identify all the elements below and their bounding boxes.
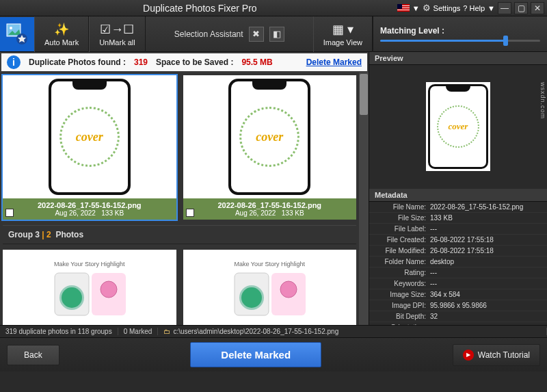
back-button[interactable]: Back xyxy=(7,345,59,365)
metadata-key: Keywords: xyxy=(372,280,430,287)
info-icon: i xyxy=(7,55,21,69)
close-button[interactable]: ✕ xyxy=(531,2,544,14)
status-dup: 319 duplicate photos in 118 groups xyxy=(0,328,118,335)
thumbnail: cover xyxy=(183,75,357,198)
metadata-value: 32 xyxy=(430,313,544,320)
metadata-value: --- xyxy=(430,324,544,326)
card-filename: 2022-08-26_17-55-16-152.png xyxy=(186,201,354,209)
automark-label: Auto Mark xyxy=(44,38,79,47)
card-footer: 2022-08-26_17-55-16-152.png Aug 26, 2022… xyxy=(183,198,357,220)
story-caption: Make Your Story Highlight xyxy=(234,261,305,267)
metadata-value: --- xyxy=(430,269,544,276)
matching-slider[interactable] xyxy=(380,40,540,42)
metadata-key: File Label: xyxy=(372,225,430,233)
unmark-button[interactable]: ☑→☐ UnMark all xyxy=(89,16,146,52)
metadata-row: Image DPI:95.9866 x 95.9866 xyxy=(369,300,547,311)
maximize-button[interactable]: ▢ xyxy=(514,2,528,14)
help-dropdown[interactable]: ▼ xyxy=(488,4,495,12)
photo-card[interactable]: Make Your Story Highlight xyxy=(3,250,176,325)
metadata-key: Image Size: xyxy=(372,291,430,298)
stats-bar: i Duplicate Photos found : 319 Space to … xyxy=(0,52,369,73)
gear-icon: ⚙ xyxy=(423,3,431,13)
metadata-value: 364 x 584 xyxy=(430,291,544,298)
matching-level-label: Matching Level : xyxy=(380,26,540,36)
card-checkbox[interactable] xyxy=(186,209,194,217)
status-marked: 0 Marked xyxy=(118,328,159,335)
metadata-row: Folder Name:desktop xyxy=(369,257,547,267)
card-checkbox[interactable] xyxy=(5,209,14,217)
sa-erase-button[interactable]: ◧ xyxy=(269,27,284,42)
card-footer: 2022-08-26_17-55-16-152.png Aug 26, 2022… xyxy=(3,198,176,220)
metadata-row: Keywords:--- xyxy=(369,278,547,289)
photo-card[interactable]: cover 2022-08-26_17-55-16-152.png Aug 26… xyxy=(3,75,176,220)
found-label: Duplicate Photos found : xyxy=(29,57,126,67)
metadata-key: File Size: xyxy=(372,214,430,222)
bottom-bar: Back Delete Marked ▶ Watch Tutorial xyxy=(0,337,547,371)
cover-text: cover xyxy=(76,130,103,144)
main-area: i Duplicate Photos found : 319 Space to … xyxy=(0,52,547,325)
metadata-row: Orientation:--- xyxy=(369,322,547,326)
metadata-row: Image Size:364 x 584 xyxy=(369,289,547,300)
metadata-key: Orientation: xyxy=(372,324,430,326)
found-value: 319 xyxy=(134,57,148,67)
metadata-value: 95.9866 x 95.9866 xyxy=(430,302,544,309)
image-view-button[interactable]: ▦ ▾ Image View xyxy=(313,16,373,52)
metadata-key: Folder Name: xyxy=(372,258,430,265)
svg-point-10 xyxy=(280,281,297,298)
delete-marked-link[interactable]: Delete Marked xyxy=(306,57,362,67)
metadata-key: Image DPI: xyxy=(372,302,430,309)
metadata-key: File Created: xyxy=(372,236,430,244)
gallery: cover 2022-08-26_17-55-16-152.png Aug 26… xyxy=(0,73,359,325)
metadata-value: desktop xyxy=(430,258,544,265)
svg-point-6 xyxy=(101,281,117,298)
metadata-key: File Modified: xyxy=(372,247,430,254)
flag-us-icon[interactable] xyxy=(397,4,410,12)
status-bar: 319 duplicate photos in 118 groups 0 Mar… xyxy=(0,325,547,337)
metadata-key: Bit Depth: xyxy=(372,313,430,320)
thumbnail: Make Your Story Highlight xyxy=(3,250,176,325)
settings-link[interactable]: Settings xyxy=(433,4,461,12)
unmark-icon: ☑→☐ xyxy=(100,22,134,37)
minimize-button[interactable]: — xyxy=(498,2,511,14)
photo-card[interactable]: Make Your Story Highlight xyxy=(183,250,357,325)
delete-marked-button[interactable]: Delete Marked xyxy=(190,342,321,367)
titlebar: Duplicate Photos Fixer Pro ▼ ⚙ Settings … xyxy=(0,0,547,16)
metadata-value: 26-08-2022 17:55:18 xyxy=(430,236,544,244)
svg-point-1 xyxy=(10,27,12,29)
watermark: wsxdn.com xyxy=(539,82,546,119)
space-value: 95.5 MB xyxy=(241,57,272,67)
folder-icon: 🗀 xyxy=(163,328,170,335)
sa-select-button[interactable]: ✖ xyxy=(249,27,264,42)
unmark-label: UnMark all xyxy=(99,38,135,47)
metadata-key: Rating: xyxy=(372,269,430,276)
metadata-row: File Modified:26-08-2022 17:55:18 xyxy=(369,246,547,257)
cover-text: cover xyxy=(256,130,283,144)
preview-cover-text: cover xyxy=(449,121,468,132)
grid-icon: ▦ ▾ xyxy=(332,22,353,37)
image-view-label: Image View xyxy=(323,38,362,47)
lang-dropdown[interactable]: ▼ xyxy=(412,4,420,12)
story-caption: Make Your Story Highlight xyxy=(54,261,125,267)
card-filename: 2022-08-26_17-55-16-152.png xyxy=(5,201,174,209)
gallery-scrollbar[interactable] xyxy=(359,73,369,325)
matching-level-group: Matching Level : xyxy=(373,16,547,52)
thumbnail: cover xyxy=(3,75,176,198)
status-path: 🗀 c:\users\admin\desktop\2022-08-26_17-5… xyxy=(158,328,547,335)
metadata-row: File Size:133 KB xyxy=(369,213,547,224)
metadata-value: 26-08-2022 17:55:18 xyxy=(430,247,544,254)
selection-assistant-label: Selection Assistant xyxy=(174,29,243,39)
help-link[interactable]: ? Help xyxy=(463,4,485,12)
automark-button[interactable]: ✨ Auto Mark xyxy=(34,16,89,52)
preview-title: Preview xyxy=(369,52,547,65)
left-panel: i Duplicate Photos found : 319 Space to … xyxy=(0,52,369,325)
wand-icon: ✨ xyxy=(54,22,69,37)
toolbar: ✨ Auto Mark ☑→☐ UnMark all Selection Ass… xyxy=(0,16,547,52)
preview-area: cover xyxy=(369,65,547,189)
metadata-row: Rating:--- xyxy=(369,267,547,278)
selection-assistant-group: Selection Assistant ✖ ◧ xyxy=(146,27,313,42)
metadata-value: --- xyxy=(430,280,544,287)
space-label: Space to be Saved : xyxy=(156,57,233,67)
titlebar-controls: ▼ ⚙ Settings ? Help ▼ — ▢ ✕ xyxy=(397,2,544,14)
photo-card[interactable]: cover 2022-08-26_17-55-16-152.png Aug 26… xyxy=(183,75,357,220)
watch-tutorial-button[interactable]: ▶ Watch Tutorial xyxy=(453,344,540,366)
